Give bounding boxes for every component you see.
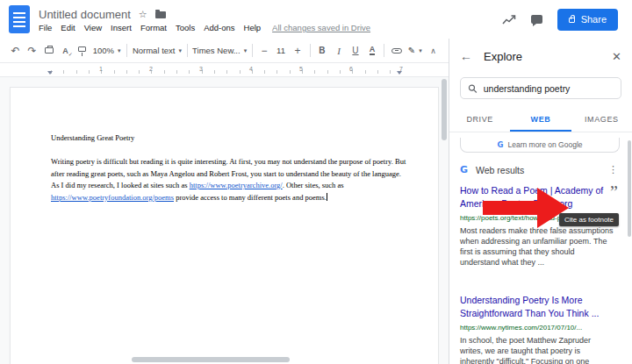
collapse-menus-button[interactable]: ∧ — [425, 41, 442, 61]
docs-logo[interactable] — [9, 5, 30, 33]
star-icon[interactable]: ☆ — [139, 10, 147, 19]
tab-images[interactable]: IMAGES — [571, 108, 632, 132]
spellcheck-button[interactable]: A — [57, 41, 74, 61]
document-heading[interactable]: Understanding Great Poetry — [51, 133, 406, 142]
explore-header: ← Explore ✕ — [449, 39, 632, 74]
document-title[interactable]: Untitled document — [39, 8, 131, 21]
print-button[interactable] — [40, 41, 57, 61]
result-link[interactable]: How to Read a Poem | Academy of American… — [460, 184, 605, 211]
text-color-icon: A — [370, 46, 376, 55]
google-g-icon: G — [497, 140, 503, 149]
print-icon — [45, 47, 54, 54]
back-arrow-icon[interactable]: ← — [460, 49, 472, 63]
google-g-icon: G — [460, 164, 468, 175]
menu-insert[interactable]: Insert — [106, 23, 136, 32]
menu-file[interactable]: File — [39, 23, 56, 32]
toolbar: ↶ ↷ A 100%▾ Normal text▾ Times New...▾ −… — [0, 39, 449, 63]
result-snippet: Most readers make three false assumption… — [460, 225, 614, 268]
menu-addons[interactable]: Add-ons — [199, 23, 239, 32]
header-actions: Share — [502, 9, 623, 31]
menu-tools[interactable]: Tools — [171, 23, 199, 32]
vertical-scrollbar[interactable] — [442, 79, 447, 140]
undo-button[interactable]: ↶ — [7, 41, 24, 61]
saved-status-link[interactable]: All changes saved in Drive — [272, 23, 370, 32]
tab-drive[interactable]: DRIVE — [449, 108, 510, 132]
ruler-number: 4 — [249, 66, 253, 72]
ruler-number: 6 — [349, 66, 353, 72]
zoom-select[interactable]: 100%▾ — [90, 41, 123, 61]
decrease-font-size-button[interactable]: − — [256, 41, 273, 61]
share-label: Share — [581, 14, 607, 25]
search-result: Understanding Poetry Is More Straightfor… — [460, 294, 614, 364]
document-page[interactable]: Understanding Great Poetry Writing poetr… — [11, 88, 438, 364]
page-content: Understanding Great Poetry Writing poetr… — [11, 88, 438, 203]
paragraph-text: provide access to many different poets a… — [174, 193, 327, 202]
ruler-number: 2 — [149, 66, 153, 72]
menu-edit[interactable]: Edit — [56, 23, 79, 32]
document-canvas: Understanding Great Poetry Writing poetr… — [0, 77, 449, 364]
horizontal-scrollbar[interactable] — [132, 357, 290, 362]
menu-view[interactable]: View — [80, 23, 106, 32]
italic-button[interactable]: I — [330, 41, 347, 61]
toolbar-divider — [384, 44, 384, 57]
increase-font-size-button[interactable]: + — [290, 41, 306, 61]
underline-button[interactable]: U — [347, 41, 363, 61]
font-family-select[interactable]: Times New...▾ — [191, 41, 248, 61]
explore-search-input[interactable] — [484, 83, 614, 94]
paint-format-button[interactable] — [74, 41, 90, 61]
result-snippet: In school, the poet Matthew Zapruder wri… — [460, 335, 614, 364]
search-icon — [468, 83, 478, 94]
ruler[interactable]: 1 2 3 4 5 6 7 — [0, 63, 449, 77]
learn-more-card[interactable]: G Learn more on Google — [460, 138, 620, 153]
learn-more-label: Learn more on Google — [507, 140, 582, 149]
comment-bubble-icon — [531, 15, 542, 24]
bold-button[interactable]: B — [313, 41, 330, 61]
title-block: Untitled document ☆ File Edit View Inser… — [39, 7, 370, 32]
paragraph-style-select[interactable]: Normal text▾ — [131, 41, 183, 61]
more-options-icon[interactable]: ⋮ — [605, 164, 621, 175]
chevron-down-icon: ▾ — [178, 47, 182, 54]
poetryarchive-link[interactable]: https://www.poetryarchive.org/ — [190, 181, 283, 189]
redo-button[interactable]: ↷ — [24, 41, 40, 61]
tab-web[interactable]: WEB — [510, 108, 571, 132]
explore-panel: ← Explore ✕ DRIVE WEB IMAGES G Learn mor… — [449, 39, 632, 364]
toolbar-divider — [126, 44, 127, 57]
panel-scrollbar[interactable] — [628, 140, 631, 237]
google-docs-app: Untitled document ☆ File Edit View Inser… — [0, 0, 632, 364]
toolbar-divider — [310, 44, 311, 57]
insert-link-button[interactable] — [388, 41, 405, 61]
top-header: Untitled document ☆ File Edit View Inser… — [0, 0, 632, 39]
toolbar-divider — [252, 44, 253, 57]
web-results-label: Web results — [476, 165, 524, 175]
style-value: Normal text — [133, 46, 176, 55]
toolbar-divider — [187, 44, 188, 57]
close-icon[interactable]: ✕ — [612, 50, 621, 63]
explore-search-box[interactable] — [460, 77, 621, 99]
move-folder-icon[interactable] — [155, 11, 166, 18]
spellcheck-icon: A — [62, 46, 68, 55]
editing-mode-button[interactable]: ✎▾ — [405, 41, 425, 61]
text-color-button[interactable]: A — [363, 41, 380, 61]
comments-icon[interactable] — [531, 15, 542, 24]
ruler-number: 3 — [199, 66, 203, 72]
menu-format[interactable]: Format — [136, 23, 171, 32]
font-size-value[interactable]: 11 — [273, 41, 290, 61]
poetryfoundation-link[interactable]: https://www.poetryfoundation.org/poems — [51, 193, 174, 202]
cite-as-footnote-button[interactable]: ” — [605, 184, 618, 197]
pencil-icon: ✎ — [408, 46, 415, 55]
menu-bar: File Edit View Insert Format Tools Add-o… — [39, 23, 370, 32]
result-link[interactable]: Understanding Poetry Is More Straightfor… — [460, 294, 614, 320]
chevron-down-icon: ▾ — [419, 47, 422, 54]
document-paragraph[interactable]: Writing poetry is difficult but reading … — [51, 156, 406, 203]
menu-help[interactable]: Help — [240, 23, 266, 32]
text-cursor — [327, 193, 327, 201]
web-results-header: G Web results ⋮ — [460, 164, 614, 175]
share-button[interactable]: Share — [557, 9, 618, 31]
right-margin-marker[interactable] — [397, 71, 402, 75]
lock-icon — [569, 18, 575, 23]
link-icon — [391, 48, 402, 54]
left-margin-marker[interactable] — [47, 71, 53, 75]
activity-dashboard-icon[interactable] — [502, 14, 516, 25]
zoom-value: 100% — [93, 46, 114, 55]
ruler-number: 1 — [99, 66, 103, 72]
